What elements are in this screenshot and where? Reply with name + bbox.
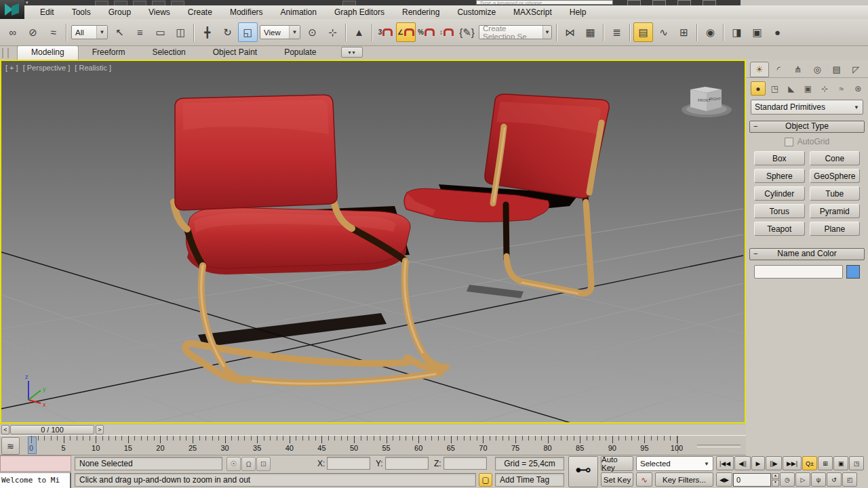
chevron-down-icon[interactable]: ▼ (542, 26, 551, 39)
selection-lock-icon[interactable]: Ω (241, 457, 256, 471)
z-coord-field[interactable] (443, 457, 487, 470)
primitive-button-sphere[interactable]: Sphere (754, 169, 805, 183)
x-coord-field[interactable] (327, 457, 370, 470)
snaps-toggle-3d-icon[interactable]: 3 (376, 22, 395, 42)
render-setup-icon[interactable]: ◨ (727, 22, 747, 42)
time-slider-track[interactable]: < 0 / 100 > (0, 424, 746, 435)
category-helpers[interactable]: ⊹ (817, 81, 832, 96)
object-color-swatch[interactable] (846, 265, 860, 279)
y-coord-field[interactable] (385, 457, 429, 470)
tab-motion[interactable]: ◎ (808, 62, 827, 77)
mini-curve-editor-button[interactable]: ≋ (1, 437, 20, 455)
current-frame-field[interactable]: 0 (733, 473, 771, 487)
default-in-out-tangents-button[interactable]: ∿ (636, 472, 652, 487)
bind-to-space-warp-icon[interactable]: ≈ (43, 22, 63, 42)
menu-modifiers[interactable]: Modifiers (221, 5, 272, 19)
menu-edit[interactable]: Edit (31, 5, 63, 19)
add-time-tag-field[interactable]: Add Time Tag (495, 473, 564, 487)
ribbon-tab-freeform[interactable]: Freeform (79, 46, 139, 60)
previous-frame-arrow[interactable]: < (1, 425, 9, 434)
ribbon-tab-selection[interactable]: Selection (138, 46, 199, 60)
viewcube[interactable]: FRONT RIGHT (682, 87, 732, 117)
tab-utilities[interactable]: ◸ (847, 62, 866, 77)
maximize-viewport-toggle-button[interactable]: ◰ (842, 472, 857, 487)
select-and-link-icon[interactable]: ∞ (3, 22, 22, 42)
pan-zoom-mode-button[interactable]: ▷ (795, 472, 810, 487)
primitive-button-cone[interactable]: Cone (810, 151, 861, 165)
primitive-button-cylinder[interactable]: Cylinder (754, 186, 805, 201)
menu-maxscript[interactable]: MAXScript (505, 5, 561, 19)
viewport-menu-shading[interactable]: [ Realistic ] (75, 64, 111, 72)
search-input[interactable]: Type a keyword or phrase (476, 0, 613, 5)
category-shapes[interactable]: ◳ (768, 81, 783, 96)
chair-right[interactable] (404, 94, 610, 298)
zoom-extents-button[interactable]: ▣ (833, 456, 848, 470)
layer-manager-icon[interactable]: ≣ (607, 22, 627, 42)
selection-filter[interactable]: All▼ (71, 25, 108, 39)
tab-create[interactable]: ☀ (750, 62, 769, 77)
time-configuration-button[interactable]: ◷ (780, 472, 795, 487)
select-and-rotate-icon[interactable]: ↻ (218, 22, 237, 42)
ribbon-tab-populate[interactable]: Populate (271, 46, 330, 60)
select-object-icon[interactable]: ↖ (110, 22, 130, 42)
object-name-input[interactable] (754, 265, 843, 279)
category-space-warps[interactable]: ≈ (834, 81, 849, 96)
mirror-icon[interactable]: ⋈ (560, 22, 580, 42)
viewport-menu-general[interactable]: [ + ] (5, 64, 18, 72)
frame-spinner[interactable]: ▲▼ (772, 473, 779, 487)
isolate-toggle-icon[interactable]: ☉ (226, 457, 241, 471)
spinner-snap-toggle-icon[interactable]: ↕ (437, 22, 456, 42)
edit-named-selection-sets-icon[interactable]: {✎} (457, 22, 477, 42)
schematic-view-icon[interactable]: ⊞ (674, 22, 694, 42)
select-by-name-icon[interactable]: ≡ (130, 22, 150, 42)
ribbon-overflow-button[interactable]: ▾ ▾ (341, 47, 363, 58)
menu-group[interactable]: Group (100, 5, 140, 19)
menu-rendering[interactable]: Rendering (393, 5, 448, 19)
auto-key-button[interactable]: Auto Key (601, 456, 633, 471)
primitive-button-teapot[interactable]: Teapot (754, 222, 805, 236)
next-frame-arrow[interactable]: > (96, 425, 104, 434)
zoom-extents-all-button[interactable]: ◳ (849, 456, 864, 470)
application-menu-arrow-icon[interactable]: ▾ (26, 0, 28, 5)
named-selection-sets[interactable]: Create Selection Se▼ (479, 25, 552, 39)
set-key-button[interactable]: Set Key (601, 472, 633, 487)
key-filters-button[interactable]: Key Filters... (655, 472, 713, 487)
primitive-button-plane[interactable]: Plane (810, 222, 861, 236)
menu-views[interactable]: Views (140, 5, 179, 19)
percent-snap-toggle-icon[interactable]: % (416, 22, 436, 42)
tab-modify[interactable]: ◜ (770, 62, 789, 77)
window-crossing-toggle-icon[interactable]: ◫ (171, 22, 191, 42)
rectangular-selection-region-icon[interactable]: ▭ (151, 22, 170, 42)
isolate-selection-cube-button[interactable]: ▢ (479, 473, 492, 487)
category-systems[interactable]: ⊛ (850, 81, 865, 96)
chevron-down-icon[interactable]: ▼ (289, 26, 300, 39)
ribbon-grip[interactable] (2, 48, 9, 58)
key-filter-selected-dropdown[interactable]: Selected ▼ (636, 456, 713, 471)
select-and-scale-icon[interactable]: ◱ (238, 22, 258, 42)
primitive-button-geosphere[interactable]: GeoSphere (810, 169, 861, 183)
keyboard-shortcut-override-icon[interactable]: ▲ (349, 22, 369, 42)
name-color-rollout-header[interactable]: − Name and Color (749, 248, 865, 260)
primitive-button-box[interactable]: Box (754, 151, 805, 165)
orbit-viewport-button[interactable]: ↺ (827, 472, 842, 487)
select-and-manipulate-icon[interactable]: ⊹ (323, 22, 342, 42)
menu-customize[interactable]: Customize (448, 5, 505, 19)
ribbon-tab-modeling[interactable]: Modeling (17, 45, 79, 60)
category-cameras[interactable]: ▣ (801, 81, 816, 96)
track-bar-ruler[interactable]: 0510152025303540455055606570758085909510… (20, 436, 692, 455)
ribbon-tab-object-paint[interactable]: Object Paint (199, 46, 271, 60)
tab-hierarchy[interactable]: ⋔ (789, 62, 808, 77)
tab-display[interactable]: ▤ (827, 62, 846, 77)
zoom-mode-button[interactable]: Q± (802, 456, 817, 470)
next-frame-button[interactable]: ||▶ (766, 456, 782, 470)
spinner-down-icon[interactable]: ▼ (772, 480, 779, 487)
object-type-rollout-header[interactable]: − Object Type (749, 121, 865, 133)
key-mode-toggle-button[interactable]: ◀▶ (716, 472, 732, 487)
render-production-icon[interactable]: ● (768, 22, 787, 42)
chevron-down-icon[interactable]: ▼ (96, 26, 107, 39)
align-icon[interactable]: ▦ (580, 22, 600, 42)
go-to-start-button[interactable]: |◀◀ (716, 456, 734, 470)
menu-help[interactable]: Help (561, 5, 595, 19)
previous-frame-button[interactable]: ◀|| (734, 456, 751, 470)
zoom-region-button[interactable]: ⊞ (818, 456, 833, 470)
